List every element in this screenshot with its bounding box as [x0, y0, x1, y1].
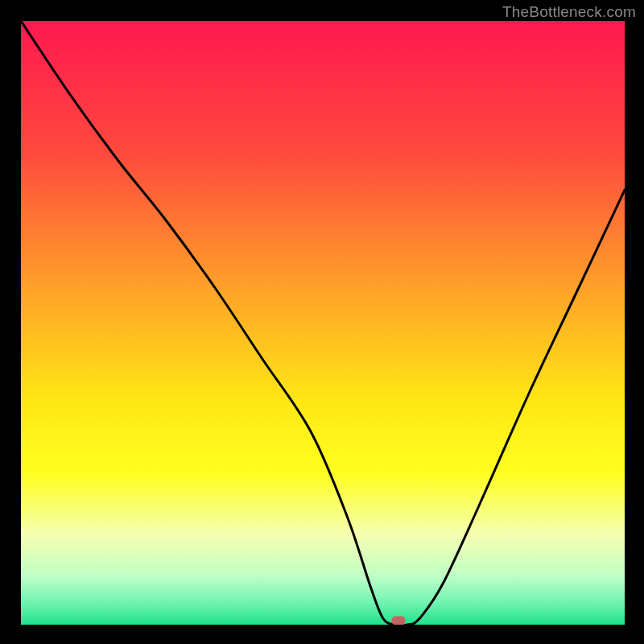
optimum-marker [391, 617, 405, 625]
bottleneck-curve [21, 21, 625, 625]
curve-layer [21, 21, 625, 625]
plot-area [21, 21, 625, 625]
chart-frame: TheBottleneck.com [0, 0, 644, 644]
watermark-text: TheBottleneck.com [502, 3, 636, 21]
